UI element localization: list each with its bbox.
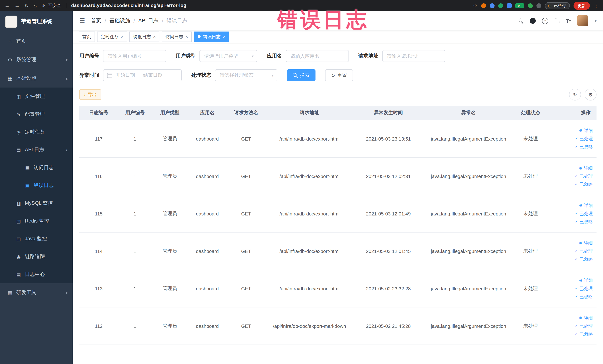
browser-toolbar: ← → ↻ ⌂ ⚠ 不安全 dashboard.yudao.iocoder.cn… (0, 0, 603, 11)
process-status-select[interactable]: 请选择处理状态 ▾ (215, 69, 277, 81)
sidebar-item-mysql-monitor[interactable]: ▥ MySQL 监控 (0, 194, 73, 212)
breadcrumb-infrastructure[interactable]: 基础设施 (109, 17, 130, 24)
hamburger-icon[interactable]: ☰ (79, 18, 85, 24)
extension-on-badge[interactable]: on (515, 3, 524, 8)
extension-icon-5[interactable] (528, 3, 533, 8)
home-icon: ⌂ (7, 38, 13, 44)
chevron-down-icon: ▾ (66, 58, 68, 62)
processed-link[interactable]: ✓已处理 (549, 247, 593, 255)
app-name-input[interactable] (286, 50, 349, 62)
eye-icon: ◉ (579, 129, 582, 132)
processed-link[interactable]: ✓已处理 (549, 172, 593, 180)
reset-button[interactable]: ↻ 重置 (325, 69, 353, 81)
browser-menu-icon[interactable]: ⋮ (593, 3, 599, 8)
user-id-label: 用户编号 (79, 53, 99, 59)
sidebar-item-system[interactable]: ⚙ 系统管理 ▾ (0, 50, 73, 69)
bookmark-star-icon[interactable]: ☆ (473, 3, 477, 8)
sidebar-item-log-center[interactable]: ▤ 日志中心 (0, 266, 73, 283)
detail-link[interactable]: ◉详细 (549, 201, 593, 210)
sidebar-item-infrastructure[interactable]: ▦ 基础设施 ▴ (0, 69, 73, 88)
export-button[interactable]: ↓ 导出 (79, 89, 101, 100)
clock-icon: ◷ (16, 129, 22, 135)
chevron-down-icon[interactable]: ▾ (595, 19, 596, 23)
sidebar-item-api-log[interactable]: ▤ API 日志 ▴ (0, 141, 73, 159)
font-size-icon[interactable]: T T (566, 18, 571, 23)
column-settings-button[interactable]: ⚙ (585, 89, 596, 101)
col-app-name: 应用名 (188, 106, 227, 120)
detail-link[interactable]: ◉详细 (549, 276, 593, 284)
close-icon[interactable]: × (223, 35, 225, 39)
extension-icon-2[interactable] (489, 3, 494, 8)
browser-actions: ☆ on ☺ 已暂停 更新 ⋮ (473, 2, 599, 10)
ignored-link[interactable]: ✓已忽略 (549, 143, 593, 151)
check-icon: ✓ (575, 137, 578, 141)
processed-link[interactable]: ✓已处理 (549, 210, 593, 218)
sidebar-item-java-monitor[interactable]: ▨ Java 监控 (0, 230, 73, 248)
extension-icon-3[interactable] (498, 3, 503, 8)
detail-link[interactable]: ◉详细 (549, 314, 593, 322)
user-avatar[interactable] (577, 15, 588, 26)
tab-error-log[interactable]: 错误日志 × (194, 32, 229, 42)
breadcrumb-api-log[interactable]: API 日志 (138, 17, 159, 24)
tab-home[interactable]: 首页 (79, 32, 95, 42)
profile-paused-badge[interactable]: ☺ 已暂停 (545, 2, 570, 9)
sidebar-item-dev-tools[interactable]: ▩ 研发工具 ▾ (0, 283, 73, 302)
help-icon[interactable]: ? (542, 18, 548, 24)
check-icon: ✓ (575, 332, 578, 336)
home-icon[interactable]: ⌂ (34, 3, 37, 8)
user-type-select[interactable]: 请选择用户类型 ▾ (199, 50, 257, 62)
doc-icon: ▣ (24, 165, 30, 170)
ignored-link[interactable]: ✓已忽略 (549, 218, 593, 226)
col-status: 处理状态 (514, 106, 547, 120)
sidebar-item-access-log[interactable]: ▣ 访问日志 (0, 159, 73, 176)
ignored-link[interactable]: ✓已忽略 (549, 255, 593, 263)
ignored-link[interactable]: ✓已忽略 (549, 293, 593, 301)
processed-link[interactable]: ✓已处理 (549, 135, 593, 143)
infrastructure-submenu: ◫ 文件管理 ✎ 配置管理 ◷ 定时任务 ▤ API 日志 ▴ ▣ (0, 88, 73, 283)
sidebar-item-redis-monitor[interactable]: ▧ Redis 监控 (0, 212, 73, 230)
extension-icon-4[interactable] (507, 3, 511, 8)
extension-icon-6[interactable] (536, 3, 541, 8)
request-url-input[interactable] (382, 50, 445, 62)
breadcrumb-home[interactable]: 首页 (91, 17, 101, 24)
sidebar-item-scheduled-jobs[interactable]: ◷ 定时任务 (0, 123, 73, 141)
detail-link[interactable]: ◉详细 (549, 239, 593, 247)
search-icon[interactable] (519, 18, 523, 23)
detail-link[interactable]: ◉详细 (549, 127, 593, 135)
tab-access-log[interactable]: 访问日志 × (162, 32, 192, 42)
detail-link[interactable]: ◉详细 (549, 164, 593, 172)
ignored-link[interactable]: ✓已忽略 (549, 180, 593, 188)
github-icon[interactable] (530, 18, 536, 24)
breadcrumb-separator: / (133, 18, 135, 24)
back-icon[interactable]: ← (4, 3, 10, 8)
search-button[interactable]: 搜索 (287, 69, 315, 81)
date-range-picker[interactable]: 开始日期 - 结束日期 (103, 69, 182, 81)
log-icon: ▤ (16, 272, 22, 277)
date-range-separator: - (138, 72, 140, 78)
sidebar: 芋道管理系统 ⌂ 首页 ⚙ 系统管理 ▾ ▦ 基础设施 ▴ ◫ 文件管理 (0, 11, 73, 364)
processed-link[interactable]: ✓已处理 (549, 284, 593, 293)
fullscreen-icon[interactable] (555, 18, 559, 23)
forward-icon[interactable]: → (14, 3, 20, 8)
browser-update-button[interactable]: 更新 (574, 2, 590, 10)
sidebar-item-file-management[interactable]: ◫ 文件管理 (0, 88, 73, 105)
close-icon[interactable]: × (185, 35, 188, 39)
sidebar-item-home[interactable]: ⌂ 首页 (0, 32, 73, 50)
sidebar-item-config-management[interactable]: ✎ 配置管理 (0, 105, 73, 123)
check-icon: ✓ (575, 295, 578, 299)
reload-icon[interactable]: ↻ (24, 3, 29, 8)
refresh-button[interactable]: ↻ (569, 89, 581, 101)
close-icon[interactable]: × (121, 35, 123, 39)
ignored-link[interactable]: ✓已忽略 (549, 330, 593, 338)
close-icon[interactable]: × (153, 35, 156, 39)
eye-icon: ◉ (579, 241, 582, 245)
tab-schedule-log[interactable]: 调度日志 × (129, 32, 159, 42)
extension-icon-1[interactable] (481, 3, 486, 8)
user-id-input[interactable] (103, 50, 166, 62)
processed-link[interactable]: ✓已处理 (549, 322, 593, 330)
tab-scheduled-jobs[interactable]: 定时任务 × (97, 32, 127, 42)
sidebar-item-error-log[interactable]: ▣ 错误日志 (0, 176, 73, 194)
url-text[interactable]: dashboard.yudao.iocoder.cn/infra/log/api… (71, 3, 186, 8)
sidebar-item-trace[interactable]: ◉ 链路追踪 (0, 248, 73, 266)
site-security[interactable]: ⚠ 不安全 (42, 2, 61, 9)
